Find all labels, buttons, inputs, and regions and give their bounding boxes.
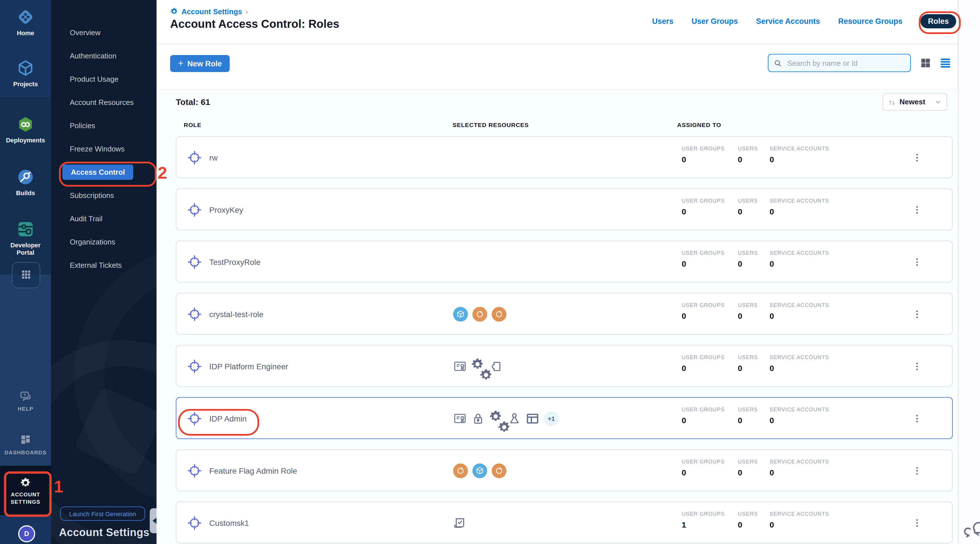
gears-icon (471, 359, 485, 373)
launch-first-generation-button[interactable]: Launch First Generation (60, 507, 145, 521)
nav-tab-resource-groups[interactable]: Resource Groups (838, 17, 903, 25)
assigned-label: SERVICE ACCOUNTS (770, 250, 829, 256)
doc-check-icon (453, 516, 467, 530)
role-name-link[interactable]: crystal-test-role (209, 293, 263, 335)
person-icon (508, 412, 521, 425)
projects-cube-icon[interactable] (16, 59, 35, 77)
nav-tab-service-accounts[interactable]: Service Accounts (756, 17, 820, 25)
role-name-link[interactable]: TestProxyRole (209, 241, 261, 283)
settings-menu-item-policies[interactable]: Policies (51, 114, 156, 137)
assigned-value: 0 (738, 364, 742, 373)
sidebar-item-dashboards[interactable]: DASHBOARDS (0, 449, 51, 456)
role-row-testproxyrole[interactable]: TestProxyRole USER GROUPS 0 USERS 0 SERV… (176, 240, 953, 283)
sidebar-item-builds[interactable]: Builds (0, 189, 51, 197)
role-crosshair-icon (186, 306, 202, 322)
role-row-idp-platform-engineer[interactable]: IDP Platform Engineer USER GROUPS 0 USER… (176, 345, 953, 387)
search-input[interactable] (786, 58, 905, 68)
role-name-link[interactable]: rw (209, 137, 218, 179)
role-row-feature-flag-admin-role[interactable]: Feature Flag Admin Role USER GROUPS 0 US… (176, 449, 953, 491)
harness-home-icon[interactable] (16, 8, 35, 26)
help-icon[interactable]: ? (19, 390, 32, 403)
deployments-hexagon-icon[interactable] (16, 116, 35, 134)
assigned-value: 0 (682, 468, 686, 477)
nav-tab-roles[interactable]: Roles (920, 14, 956, 29)
sidebar-item-deployments[interactable]: Deployments (0, 137, 51, 144)
certificate-icon (453, 412, 467, 425)
developer-portal-icon[interactable] (16, 220, 35, 238)
settings-menu-item-subscriptions[interactable]: Subscriptions (51, 184, 156, 207)
assigned-value: 0 (770, 259, 774, 268)
module-grid-icon (13, 269, 40, 280)
breadcrumb: Account Settings › (170, 6, 248, 16)
new-role-button[interactable]: + New Role (170, 55, 230, 72)
sidebar-item-projects[interactable]: Projects (0, 81, 51, 88)
row-menu-button[interactable] (912, 413, 923, 424)
gear-icon (170, 7, 178, 15)
dashboards-icon[interactable] (19, 433, 32, 446)
role-name-link[interactable]: IDP Platform Engineer (209, 345, 288, 387)
sidebar-item-home[interactable]: Home (0, 30, 51, 37)
sidebar-item-account-settings[interactable]: ACCOUNT SETTINGS (0, 491, 51, 506)
assigned-value: 1 (682, 520, 686, 529)
builds-circle-icon[interactable] (16, 168, 35, 186)
settings-menu-item-organizations[interactable]: Organizations (51, 230, 156, 254)
assigned-value: 0 (682, 155, 686, 164)
row-menu-button[interactable] (912, 361, 923, 372)
row-menu-button[interactable] (912, 256, 923, 268)
assigned-label: SERVICE ACCOUNTS (770, 197, 829, 204)
sidebar-section-account-settings (0, 466, 51, 515)
sort-dropdown[interactable]: ↑↓ Newest (883, 93, 947, 111)
breadcrumb-account-settings-link[interactable]: Account Settings (181, 7, 242, 16)
user-avatar[interactable]: D (18, 525, 35, 542)
settings-menu-item-audit-trail[interactable]: Audit Trail (51, 207, 156, 230)
svg-text:?: ? (23, 393, 26, 398)
toolbar-divider (156, 89, 958, 90)
list-view-icon[interactable] (939, 57, 951, 69)
role-name-link[interactable]: Feature Flag Admin Role (209, 450, 297, 492)
role-name-link[interactable]: Customsk1 (209, 502, 249, 544)
row-menu-button[interactable] (912, 465, 923, 477)
account-settings-gear-icon[interactable] (20, 477, 31, 488)
settings-menu-item-product-usage[interactable]: Product Usage (51, 67, 156, 91)
assigned-label: SERVICE ACCOUNTS (770, 302, 829, 308)
role-row-customsk1[interactable]: Customsk1 USER GROUPS 1 USERS 0 SERVICE … (176, 501, 953, 544)
sort-arrows-icon: ↑↓ (889, 99, 895, 105)
selected-resources (453, 502, 467, 544)
assigned-label: USER GROUPS (682, 511, 724, 517)
grid-view-icon[interactable] (920, 57, 931, 68)
settings-menu-item-access-control[interactable]: Access Control (51, 161, 156, 184)
role-name-link[interactable]: ProxyKey (209, 189, 243, 231)
role-crosshair-icon (186, 150, 202, 165)
role-row-idp-admin[interactable]: IDP Admin +1 USER GROUPS 0 USERS 0 SERVI… (176, 397, 953, 439)
assigned-value: 0 (738, 207, 742, 216)
settings-menu-item-freeze-windows[interactable]: Freeze Windows (51, 137, 156, 161)
role-crosshair-icon (186, 358, 202, 374)
sidebar-item-help[interactable]: HELP (0, 405, 51, 412)
settings-menu-item-overview[interactable]: Overview (51, 21, 156, 44)
settings-menu-item-external-tickets[interactable]: External Tickets (51, 254, 156, 277)
sort-selected-value: Newest (899, 97, 931, 106)
assigned-value: 0 (770, 155, 774, 164)
plus-icon: + (178, 59, 183, 68)
settings-menu-item-account-resources[interactable]: Account Resources (51, 91, 156, 114)
settings-menu-item-authentication[interactable]: Authentication (51, 44, 156, 67)
assigned-value: 0 (770, 207, 774, 216)
module-grid-button[interactable] (12, 262, 40, 288)
role-row-crystal-test-role[interactable]: crystal-test-role USER GROUPS 0 USERS 0 … (176, 293, 953, 335)
pipelines-icon (453, 463, 468, 478)
sidebar-item-developer-portal[interactable]: Developer Portal (0, 242, 51, 256)
assigned-value: 0 (682, 312, 686, 320)
row-menu-button[interactable] (912, 517, 923, 529)
role-row-proxykey[interactable]: ProxyKey USER GROUPS 0 USERS 0 SERVICE A… (176, 188, 953, 230)
row-menu-button[interactable] (912, 309, 923, 320)
chat-bubbles-icon[interactable] (963, 519, 980, 540)
role-crosshair-icon (186, 202, 202, 218)
row-menu-button[interactable] (912, 152, 923, 163)
access-control-tabs: UsersUser GroupsService AccountsResource… (652, 14, 956, 29)
nav-tab-user-groups[interactable]: User Groups (692, 17, 738, 25)
role-row-rw[interactable]: rw USER GROUPS 0 USERS 0 SERVICE ACCOUNT… (176, 136, 953, 178)
role-name-link[interactable]: IDP Admin (209, 398, 247, 440)
nav-tab-users[interactable]: Users (652, 17, 673, 25)
right-gutter (958, 0, 980, 544)
row-menu-button[interactable] (912, 204, 923, 216)
